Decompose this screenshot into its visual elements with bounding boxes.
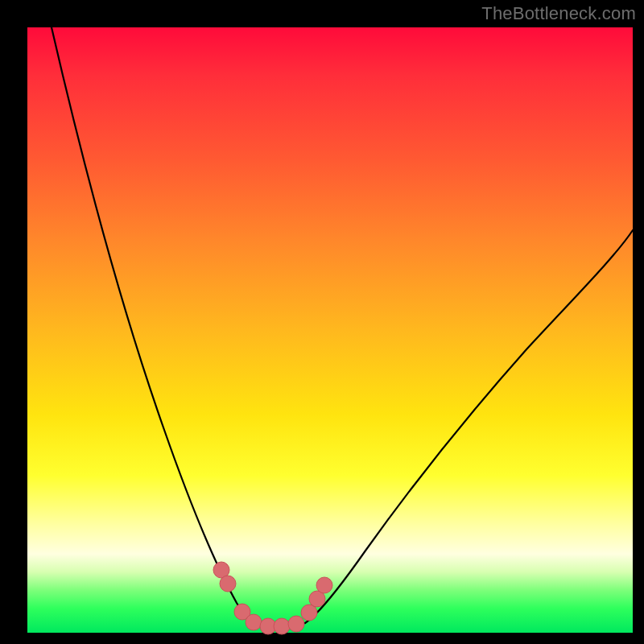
marker-dot [274, 618, 290, 634]
v-curve [27, 27, 633, 633]
marker-dot [316, 577, 332, 593]
marker-group [213, 562, 332, 634]
marker-dot [288, 616, 304, 632]
marker-dot [246, 614, 262, 630]
curve-right-branch [305, 230, 633, 623]
marker-dot [220, 576, 236, 592]
watermark-text: TheBottleneck.com [481, 3, 636, 24]
curve-left-branch [52, 27, 254, 623]
plot-area [27, 27, 633, 633]
chart-frame: TheBottleneck.com [0, 0, 644, 644]
